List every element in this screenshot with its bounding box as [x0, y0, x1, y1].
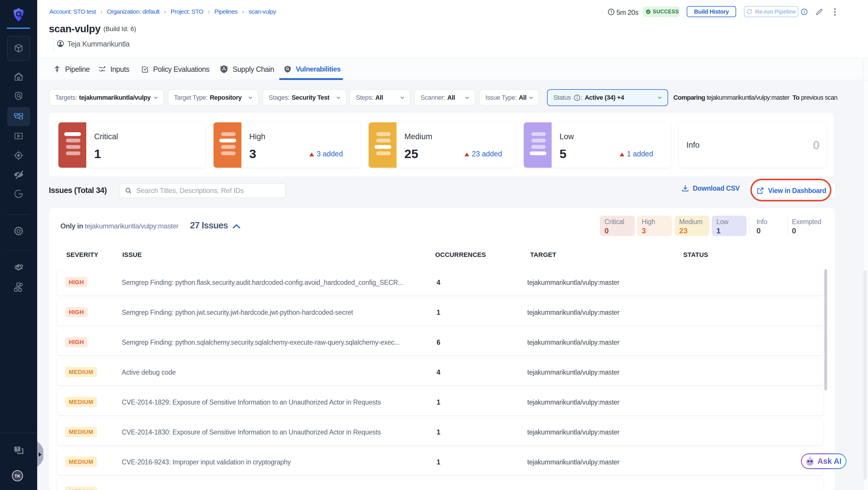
- svg-text:?: ?: [16, 447, 19, 451]
